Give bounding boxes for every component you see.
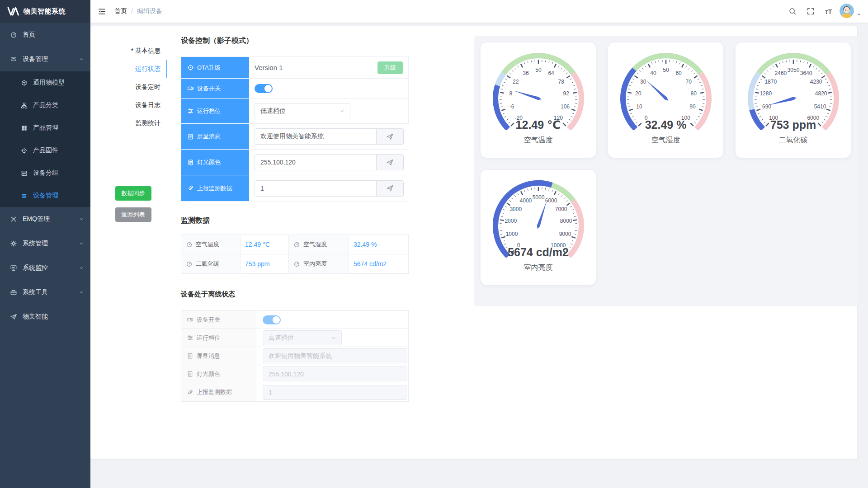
data-sync-button[interactable]: 数据同步 [115, 186, 151, 201]
上报监测数据-input[interactable] [255, 180, 376, 197]
monitor-data-table: 空气温度 12.49 ℃空气湿度 32.49 %二氧化碳 753 ppm室内亮度… [181, 235, 409, 274]
sidebar-item-3[interactable]: 系统管理 [0, 231, 90, 256]
svg-text:92: 92 [563, 90, 569, 97]
search-icon[interactable] [785, 4, 800, 19]
sidebar-item-6[interactable]: 物美智能 [0, 305, 90, 329]
chevron-up-icon [79, 56, 84, 62]
control-row-value [249, 175, 409, 201]
sidebar-item-2[interactable]: EMQ管理 [0, 207, 90, 231]
chevron-down-icon [79, 290, 84, 295]
svg-text:70: 70 [685, 79, 692, 85]
屏显消息-input[interactable] [263, 348, 407, 363]
svg-text:36: 36 [523, 70, 529, 76]
svg-text:5000: 5000 [532, 194, 544, 201]
chevron-down-icon [79, 265, 84, 271]
屏显消息-input[interactable] [255, 128, 376, 145]
tab-0[interactable]: * 基本信息 [99, 42, 167, 60]
odometer-icon [293, 241, 300, 248]
doc-icon [187, 133, 194, 140]
chevron-down-icon [79, 241, 84, 246]
sidebar-subitem-1-2[interactable]: 产品管理 [0, 117, 90, 139]
sidebar-item-1[interactable]: 设备管理 [0, 47, 90, 71]
monitor-value: 32.49 % [349, 235, 409, 254]
sidebar-fold-icon[interactable] [98, 7, 106, 16]
switch-icon [187, 85, 194, 92]
device-switch-toggle[interactable] [255, 84, 273, 93]
svg-text:3050: 3050 [787, 67, 799, 73]
breadcrumb-home[interactable]: 首页 [114, 7, 127, 15]
control-row-0: OTA升级 Version 1升级 [181, 57, 408, 79]
svg-text:30: 30 [640, 79, 646, 85]
tab-4[interactable]: 监测统计 [99, 114, 167, 132]
device-control-table: OTA升级 Version 1升级 设备开关 运行档位 低速档位 屏显消息 灯光… [181, 56, 409, 202]
control-row-1: 设备开关 [181, 79, 408, 99]
sidebar-subitem-1-3[interactable]: 产品固件 [0, 139, 90, 162]
ota-version-text: Version 1 [255, 64, 283, 71]
svg-text:8: 8 [509, 90, 512, 97]
gear-level-icon [187, 334, 193, 341]
odometer-icon [293, 261, 300, 267]
svg-text:60: 60 [675, 70, 682, 76]
svg-text:3000: 3000 [509, 206, 522, 212]
back-to-list-button[interactable]: 返回列表 [115, 207, 151, 222]
gauge-card-2: 1006901280187024603050364042304820541060… [736, 42, 851, 158]
灯光颜色-input[interactable] [263, 366, 407, 381]
control-row-value [249, 124, 409, 150]
gear-level-icon [187, 108, 194, 114]
svg-text:-6: -6 [509, 103, 514, 110]
offline-row-2: 屏显消息 [181, 347, 408, 365]
svg-text:8000: 8000 [560, 218, 572, 224]
svg-text:7000: 7000 [555, 206, 567, 212]
avatar[interactable] [840, 4, 854, 18]
control-row-5: 上报监测数据 [181, 175, 408, 201]
upgrade-button[interactable]: 升级 [377, 61, 403, 74]
sidebar-item-0[interactable]: 首页 [0, 23, 90, 47]
svg-text:6000: 6000 [545, 197, 557, 204]
sidebar-item-5[interactable]: 系统工具 [0, 280, 90, 305]
svg-text:50: 50 [663, 67, 669, 73]
sidebar-subitem-1-1[interactable]: 产品分类 [0, 94, 90, 117]
sidebar-subitem-1-5[interactable]: 设备管理 [0, 184, 90, 207]
control-row-label: 灯光颜色 [181, 150, 249, 175]
control-row-3: 屏显消息 [181, 124, 408, 150]
control-row-value: Version 1升级 [249, 57, 408, 79]
svg-text:1000: 1000 [505, 231, 518, 237]
svg-text:4820: 4820 [815, 90, 827, 97]
sidebar-item-4[interactable]: 系统监控 [0, 256, 90, 280]
send-button[interactable] [376, 128, 404, 145]
sidebar-subitem-1-4[interactable]: 设备分组 [0, 162, 90, 184]
content-card: * 基本信息运行状态设备定时设备日志监测统计 数据同步 返回列表 设备控制（影子… [90, 26, 857, 459]
fullscreen-icon[interactable] [803, 4, 818, 19]
灯光颜色-input[interactable] [255, 154, 376, 170]
tab-1[interactable]: 运行状态 [99, 60, 167, 78]
control-row-label: 屏显消息 [181, 124, 249, 150]
control-row-label: 上报监测数据 [181, 175, 249, 201]
gauge-title: 二氧化碳 [779, 136, 808, 145]
run-gear-select[interactable]: 高速档位 [263, 330, 342, 345]
tab-3[interactable]: 设备日志 [99, 96, 167, 114]
device-switch-toggle[interactable] [263, 315, 281, 324]
monitor-value: 12.49 ℃ [241, 235, 289, 254]
gauge-value: 5674 cd/m2 [508, 246, 569, 259]
上报监测数据-input[interactable] [263, 385, 407, 400]
send-button[interactable] [376, 154, 404, 170]
svg-text:2460: 2460 [774, 70, 787, 76]
input-group [255, 180, 404, 197]
svg-text:690: 690 [762, 103, 771, 110]
svg-text:80: 80 [690, 90, 697, 97]
gauge-card-0: -20-68223650647892106120 12.49 ℃ 空气温度 [481, 42, 596, 158]
offline-row-0: 设备开关 [181, 311, 408, 329]
svg-text:64: 64 [548, 70, 554, 76]
sidebar-subitem-1-0[interactable]: 通用物模型 [0, 71, 90, 94]
run-gear-select[interactable]: 低速档位 [255, 103, 350, 119]
header-actions: TT [785, 4, 862, 19]
odometer-icon [186, 261, 193, 267]
font-size-icon[interactable]: TT [821, 4, 836, 19]
send-button[interactable] [376, 180, 404, 197]
user-menu[interactable] [840, 4, 862, 19]
control-title: 设备控制（影子模式） [181, 36, 409, 46]
gauge-title: 空气湿度 [651, 136, 680, 145]
tab-2[interactable]: 设备定时 [99, 78, 167, 96]
control-row-value: 低速档位 [249, 99, 408, 124]
gauge-value: 753 ppm [770, 118, 816, 131]
